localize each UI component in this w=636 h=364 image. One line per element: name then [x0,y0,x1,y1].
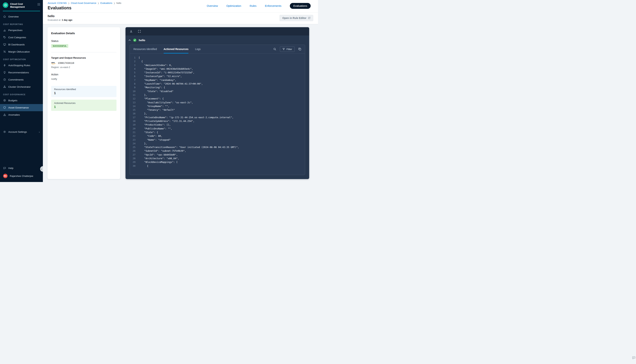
filter-button[interactable]: Filter [280,46,295,52]
tab-actioned-resources[interactable]: Actioned Resources [164,45,188,53]
status-badge: SUCCESSFUL [51,44,68,48]
chat-icon [3,167,6,170]
code-line: 12 "Placement": { [130,97,305,100]
fullscreen-icon[interactable] [138,30,141,33]
line-text: "GroupName": "", [139,104,169,108]
sidebar-item-budgets[interactable]: Budgets [0,97,43,104]
sidebar-item-label: Commitments [8,78,24,81]
sidebar-item-label: AutoStopping Rules [8,64,30,67]
line-text: "KeyName": "randomkey", [139,78,176,82]
tab-resources-identified[interactable]: Resources Identified [133,45,157,53]
evaluation-name: hello [48,14,72,18]
line-text: "Placement": { [139,97,164,100]
sidebar-item-overview[interactable]: Overview [0,13,43,20]
actioned-resources-value: 1 [54,105,114,109]
result-controls: Filter [273,46,301,52]
line-number: 6 [130,74,139,78]
line-text: "VpcId": "vpc-bb845bd0", [139,153,178,157]
sidebar-item-asset-governance[interactable]: Asset Governance [0,104,43,111]
line-text: "Architecture": "x86_64", [139,157,179,160]
code-line: 28 "Architecture": "x86_64", [130,157,305,160]
line-number: 3 [130,64,139,67]
sidebar-item-perspectives[interactable]: Perspectives [0,27,43,34]
nav-optimization[interactable]: Optimization [226,4,241,7]
line-number: 7 [130,78,139,82]
line-text: "Code": 80, [139,134,162,138]
percent-icon [3,50,6,53]
sidebar-item-anomalies[interactable]: Anomalies [0,111,43,118]
code-line: 26 "SubnetId": "subnet-75fe9b39", [130,149,305,153]
line-text: "SubnetId": "subnet-75fe9b39", [139,149,186,153]
sidebar-item-margin-obfuscation[interactable]: Margin Obfuscation [0,48,43,55]
sidebar-item-recommendations[interactable]: Recommendations [0,69,43,76]
breadcrumb-account[interactable]: Account: CCM-NG [48,2,67,4]
code-line: 15 "Tenancy": "default" [130,108,305,112]
code-line: 1 [ [130,56,305,60]
open-in-rule-editor-button[interactable]: Open in Rule Editor [279,15,313,21]
line-number: 1 [130,56,139,60]
target-resources-label: Target and Output Resources [51,56,117,59]
code-line: 13 "AvailabilityZone": "us-east-2c", [130,101,305,104]
sidebar-item-cluster-orchestrator[interactable]: Cluster Orchestrator [0,83,43,90]
open-in-rule-editor-label: Open in Rule Editor [282,16,306,20]
line-number: 10 [130,90,139,93]
ccm-module-logo-icon[interactable] [3,2,8,8]
page-header: Account: CCM-NG ❯ Cloud Asset Governance… [43,0,318,24]
sidebar-item-account-settings[interactable]: Account Settings › [0,128,43,136]
sidebar-item-label: Margin Obfuscation [8,50,30,53]
line-number: 17 [130,116,139,119]
filter-label: Filter [286,48,292,50]
action-label: Action [51,73,117,76]
sidebar-item-help[interactable]: Help [0,164,43,172]
code-line: 6 "InstanceType": "t2.micro", [130,74,305,78]
code-line: 4 "ImageId": "ami-002438e556dd03e4c", [130,67,305,71]
download-icon[interactable] [130,30,133,33]
sidebar-item-cost-categories[interactable]: Cost Categories [0,34,43,41]
user-name: Rajarshee Chatterjee [10,175,33,178]
result-card: Resources Identified Actioned Resources … [130,45,305,175]
sidebar-item-bi-dashboards[interactable]: BI Dashboards [0,41,43,48]
line-number: 30 [130,164,139,168]
module-grid-icon[interactable] [38,2,40,6]
line-text: "InstanceId": "i-00512145e7372325d", [139,71,194,74]
search-icon[interactable] [273,48,276,50]
nav-rules[interactable]: Rules [249,4,256,7]
sidebar-item-label: Recommendations [8,71,29,74]
code-line: 20 "PublicDnsName": "", [130,127,305,130]
sidebar-item-commitments[interactable]: Commitments [0,76,43,83]
header-top-row: Account: CCM-NG ❯ Cloud Asset Governance… [43,0,318,12]
nav-overview[interactable]: Overview [207,4,218,7]
line-text: "Name": "stopped" [139,138,171,142]
sidebar-item-label: Perspectives [8,29,23,32]
sidebar: Cloud Cost Management Overview COST REPO… [0,0,43,182]
resources-identified-label: Resources Identified [54,88,114,91]
user-menu[interactable]: RC Rajarshee Chatterjee [0,172,43,180]
line-number: 25 [130,146,139,149]
tab-logs[interactable]: Logs [195,45,201,53]
copy-icon[interactable] [298,48,301,50]
alert-icon [3,113,6,116]
breadcrumb-evaluations[interactable]: Evaluations [101,2,112,4]
breadcrumb-governance[interactable]: Cloud Asset Governance [71,2,96,4]
line-text: { [139,164,148,168]
sidebar-footer: Help RC Rajarshee Chatterjee [0,164,43,182]
shield-icon [3,106,6,109]
lightbulb-icon [3,71,6,74]
evaluated-at: Evaluated at: 1 day ago [48,19,72,21]
aws-logo-icon: aws [51,62,56,64]
collapse-chevron-icon[interactable] [128,39,131,41]
sidebar-header: Cloud Cost Management [0,0,43,10]
line-text: }, [139,112,147,116]
page-title: Evaluations [48,6,121,10]
line-text: "InstanceType": "t2.micro", [139,74,182,78]
nav-enforcements[interactable]: Enforcements [265,4,281,7]
line-number: 5 [130,71,139,74]
divider [51,52,117,52]
sidebar-nav: Overview COST REPORTING Perspectives Cos… [0,11,43,136]
sidebar-section-cost-reporting: COST REPORTING [0,20,43,27]
nav-evaluations-active[interactable]: Evaluations [290,3,311,9]
json-code-viewer[interactable]: 1 [ 2 { 3 "AmiLaunchIndex": 0, [130,54,305,175]
sidebar-item-autostopping-rules[interactable]: AutoStopping Rules [0,62,43,69]
code-line: 11 }, [130,93,305,97]
line-text: "State": "disabled" [139,90,174,93]
